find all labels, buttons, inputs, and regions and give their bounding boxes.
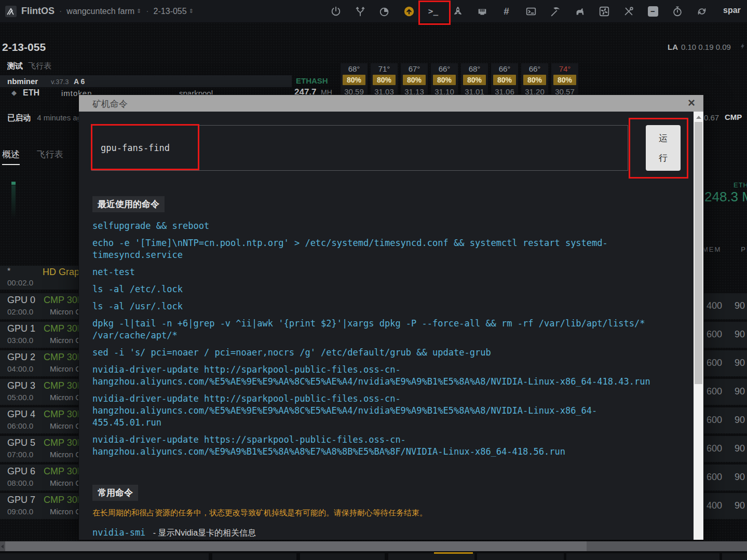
hash-icon[interactable]: # xyxy=(494,0,519,22)
miner-name: nbminer xyxy=(7,77,38,86)
hscrollbar-thumb[interactable] xyxy=(5,541,587,551)
recent-commands-list: selfupgrade && sreboot echo -e '[Time]\n… xyxy=(92,220,670,458)
pool-link[interactable]: spar xyxy=(723,6,741,15)
coin-label: ETH xyxy=(23,88,39,98)
started-label: 已启动 xyxy=(7,113,31,122)
page-title: 2-13-055 xyxy=(2,41,46,53)
mem-clock: 600 xyxy=(702,472,722,483)
flightsheet-row: 测试 飞行表 xyxy=(7,61,51,71)
gpu-stat-tile[interactable]: 66° 80% 31.06 xyxy=(491,63,518,95)
gpu-label: GPU 0 xyxy=(7,295,35,306)
toolbar-icons: >_ # − xyxy=(323,0,714,22)
gpu-model: CMP 30H xyxy=(44,295,84,306)
gpu-stat-tiles: 68° 80% 30.59 71° 80% 31.03 67° 80% 31.1… xyxy=(341,63,578,95)
rocket-icon[interactable] xyxy=(445,0,470,22)
timer-icon[interactable] xyxy=(372,0,397,22)
fan-icon[interactable] xyxy=(592,0,616,22)
scrollbar-thumb[interactable] xyxy=(695,122,702,384)
common-commands-label: 常用命令 xyxy=(92,485,138,501)
run-button[interactable]: 运 行 xyxy=(646,125,681,171)
recent-command[interactable]: nvidia-driver-update https://sparkpool-p… xyxy=(92,434,666,458)
shell-icon[interactable] xyxy=(519,0,543,22)
common-commands-list: nvidia-smi - 显示Nvidia显卡的相关信息 nvtool --cl… xyxy=(92,526,670,540)
right-rows: 400 90 600 90 600 90 600 90 600 90 xyxy=(699,293,747,519)
right-row: 600 90 xyxy=(699,436,747,462)
gpu-label: GPU 4 xyxy=(7,409,35,420)
stopwatch-icon[interactable] xyxy=(665,0,689,22)
gpu-stat-tile[interactable]: 68° 80% 31.01 xyxy=(461,63,488,95)
watchdog-icon[interactable] xyxy=(567,0,592,22)
close-icon[interactable]: × xyxy=(688,95,695,110)
recent-commands-label: 最近使用的命令 xyxy=(92,196,165,212)
right-row: 400 90 xyxy=(699,293,747,319)
power-limit: 90 xyxy=(735,301,745,311)
power-bolt-icon xyxy=(739,42,746,51)
miner-row[interactable]: nbminer v.37.3 A 6 xyxy=(0,75,292,87)
tab-flightsheet[interactable]: 飞行表 xyxy=(37,149,63,159)
gpu-temp: 66° xyxy=(431,64,458,73)
recent-command[interactable]: ls -al /etc/.lock xyxy=(92,283,666,295)
worker-caret-icon: ⇕ xyxy=(189,8,194,15)
flightsheet-name: 飞行表 xyxy=(28,61,51,70)
right-eth-label: ETH xyxy=(734,181,747,189)
recent-command[interactable]: net-test xyxy=(92,266,666,278)
ethernet-icon[interactable] xyxy=(470,0,494,22)
gpu-stat-tile[interactable]: 68° 80% 30.59 xyxy=(341,63,368,95)
command-input[interactable] xyxy=(91,125,628,171)
terminal-icon[interactable]: >_ xyxy=(421,0,445,22)
run-label-line2: 行 xyxy=(659,152,668,164)
pickaxe-icon[interactable] xyxy=(543,0,567,22)
fan-badge: 80% xyxy=(403,75,426,85)
common-command[interactable]: nvidia-smi xyxy=(92,527,145,538)
mem-clock: 600 xyxy=(702,415,722,426)
hashrate-chart-bar xyxy=(11,182,16,185)
fork-icon[interactable] xyxy=(348,0,372,22)
mem-clock: 600 xyxy=(702,329,722,340)
modal-content: 最近使用的命令 selfupgrade && sreboot echo -e '… xyxy=(92,196,670,540)
right-row: 600 90 xyxy=(699,407,747,433)
sync-icon[interactable] xyxy=(689,0,714,22)
right-row: 600 90 xyxy=(699,350,747,376)
gpu-stat-tile[interactable]: 74° 80% 30.57 xyxy=(551,63,578,95)
horizontal-scrollbar[interactable] xyxy=(0,541,747,551)
recent-command[interactable]: echo -e '[Time]\nNTP=cn.pool.ntp.org' > … xyxy=(92,237,666,261)
recent-command[interactable]: dpkg -l|tail -n +6|grep -v ^ii|awk '{pri… xyxy=(92,318,666,342)
tools-icon[interactable] xyxy=(616,0,641,22)
power-icon[interactable] xyxy=(323,0,348,22)
breadcrumb-dot: · xyxy=(59,7,62,16)
right-row: 600 90 xyxy=(699,379,747,405)
gpu-bus: 02:00.0 xyxy=(7,307,33,316)
command-warning: 在长周期的和很占资源的任务中，状态更改导致矿机掉线是有可能的。请保持耐心等待任务… xyxy=(92,508,670,518)
miner-commands-modal: 矿机命令 × 运 行 最近使用的命令 selfupgrade && sreboo… xyxy=(79,95,703,540)
tab-overview[interactable]: 概述 xyxy=(2,149,20,159)
recent-command[interactable]: ls -al /usr/.lock xyxy=(92,301,666,312)
hashrate-chart-tail xyxy=(11,185,16,218)
bottom-tile xyxy=(300,553,385,560)
recent-command[interactable]: nvidia-driver-update http://sparkpool-pu… xyxy=(92,393,666,429)
power-limit: 90 xyxy=(735,358,745,368)
farm-selector[interactable]: wangcuntech farm xyxy=(66,7,134,16)
gpu-stat-tile[interactable]: 71° 80% 31.03 xyxy=(371,63,398,95)
power-limit: 90 xyxy=(735,472,745,483)
bottom-accent-bar xyxy=(434,552,473,554)
active-tab-underline xyxy=(2,164,20,165)
fan-badge: 80% xyxy=(553,75,576,85)
gpu-model: CMP 30H xyxy=(44,466,84,477)
modal-scrollbar[interactable] xyxy=(694,112,703,540)
recent-command[interactable]: sed -i 's/ pci=noaer / pci=noaer,nocrs /… xyxy=(92,347,666,359)
scroll-up-arrow-icon[interactable] xyxy=(696,116,701,119)
card-minus-icon[interactable]: − xyxy=(641,0,665,22)
upgrade-icon[interactable] xyxy=(397,0,421,22)
modal-header[interactable]: 矿机命令 × xyxy=(79,95,703,112)
scroll-left-arrow-icon[interactable] xyxy=(0,541,5,551)
brand[interactable]: FlintOS xyxy=(5,6,55,17)
gpu-stat-tile[interactable]: 66° 80% 31.20 xyxy=(521,63,548,95)
gpu-stat-tile[interactable]: 67° 80% 31.13 xyxy=(401,63,428,95)
recent-command[interactable]: selfupgrade && sreboot xyxy=(92,220,666,232)
flintos-logo xyxy=(5,6,17,17)
right-partial-value: 0.67 xyxy=(704,113,719,122)
worker-selector[interactable]: 2-13-055 xyxy=(154,7,187,16)
gpu-stat-tile[interactable]: 66° 80% 31.10 xyxy=(431,63,458,95)
right-row: 400 90 xyxy=(699,493,747,519)
recent-command[interactable]: nvidia-driver-update http://sparkpool-pu… xyxy=(92,364,666,388)
